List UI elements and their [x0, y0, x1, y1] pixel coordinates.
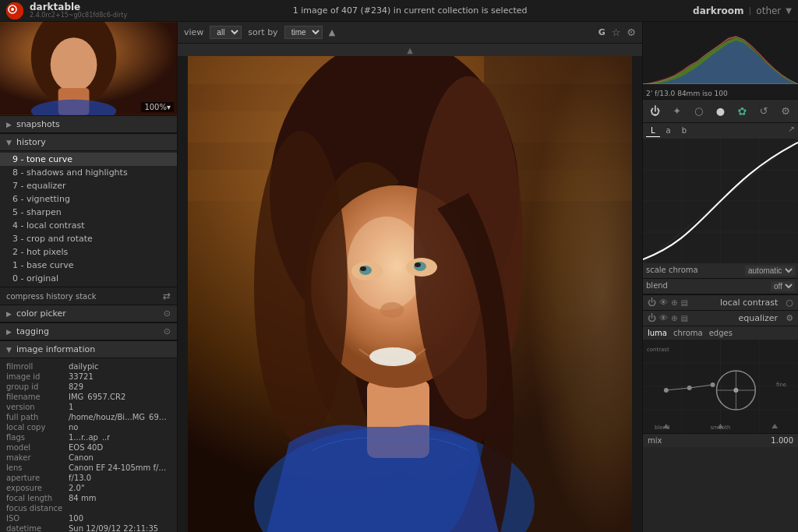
histogram-area: 2' f/13.0 84mm iso 100 — [643, 22, 798, 100]
local-contrast-mask-icon[interactable]: ⊕ — [671, 298, 677, 307]
tone-curve-section: L a b ↗ — [643, 123, 798, 294]
info-filename: filenameIMG_6957.CR2 — [6, 392, 171, 402]
app-logo — [6, 2, 23, 19]
mix-value[interactable]: 1.000 — [771, 436, 793, 445]
tab-a[interactable]: a — [662, 125, 676, 137]
local-contrast-eye-icon[interactable]: 👁 — [659, 298, 668, 308]
snapshots-section-header[interactable]: ▶ snapshots — [0, 115, 177, 133]
equalizer-power-icon[interactable]: ⏻ — [648, 313, 656, 323]
equalizer-label: equalizer — [691, 313, 778, 323]
top-bar: darktable 2.4.0rc2+15~g0c81fd8c6-dirty 1… — [0, 0, 798, 22]
svg-point-6 — [51, 37, 97, 92]
tone-curve-footer: scale chroma automatic — [643, 263, 798, 278]
app-version: 2.4.0rc2+15~g0c81fd8c6-dirty — [30, 12, 127, 19]
history-item[interactable]: 9 - tone curve — [0, 153, 177, 166]
blend-select[interactable]: off — [771, 281, 795, 291]
power-icon-button[interactable]: ⏻ — [647, 103, 664, 120]
scale-chroma-select[interactable]: automatic — [745, 266, 795, 276]
mix-row: mix 1.000 — [643, 433, 798, 447]
history-item[interactable]: 8 - shadows and highlights — [0, 166, 177, 179]
center-panel: view all sort by time ▲ G ☆ ⚙ ▲ — [178, 22, 642, 532]
tone-curve-canvas[interactable] — [643, 139, 798, 263]
info-image-id: image id33721 — [6, 372, 171, 382]
tab-b[interactable]: b — [677, 125, 691, 137]
leaf-icon-button[interactable]: ✿ — [733, 103, 750, 120]
sort-asc-icon[interactable]: ▲ — [329, 27, 335, 37]
info-group-id: group id829 — [6, 382, 171, 392]
tagging-settings-icon[interactable]: ⊙ — [164, 326, 171, 336]
history-item[interactable]: 7 - equalizer — [0, 179, 177, 192]
history-item[interactable]: 2 - hot pixels — [0, 245, 177, 259]
compress-history-button[interactable]: compress history stack — [6, 292, 96, 301]
tone-curve-tabs: L a b ↗ — [643, 123, 798, 139]
svg-point-32 — [369, 347, 416, 366]
mode-dropdown-icon[interactable]: ▼ — [786, 6, 792, 15]
image-info-section-header[interactable]: ▼ image information — [0, 340, 177, 358]
tab-l[interactable]: L — [646, 125, 660, 137]
equalizer-tabs: luma chroma edges — [643, 326, 798, 340]
info-iso: ISO100 — [6, 513, 171, 523]
thumbnail-image[interactable] — [0, 22, 177, 115]
module-icons-row: ⏻ ✦ ○ ● ✿ ↺ ⚙ — [643, 100, 798, 123]
top-right: darkroom | other ▼ — [693, 5, 792, 16]
info-full-path: full path/home/houz/Bi...MG_6957.CR2 — [6, 412, 171, 422]
info-version: version1 — [6, 402, 171, 412]
compress-history-icon[interactable]: ⇄ — [163, 291, 171, 301]
history-section-header[interactable]: ▼ history — [0, 133, 177, 151]
arrow-up-icon: ▲ — [407, 46, 413, 55]
history-item[interactable]: 1 - base curve — [0, 259, 177, 272]
svg-point-31 — [380, 302, 404, 318]
tone-curve-svg — [643, 139, 798, 263]
equalizer-multi-icon[interactable]: ▤ — [680, 314, 687, 322]
equalizer-mask-icon[interactable]: ⊕ — [671, 314, 677, 322]
settings-icon[interactable]: ⚙ — [627, 26, 636, 38]
eq-tab-edges[interactable]: edges — [709, 329, 733, 337]
history-item[interactable]: 5 - sharpen — [0, 206, 177, 219]
expand-tone-curve-icon[interactable]: ↗ — [789, 125, 795, 137]
info-exposure: exposure2.0" — [6, 483, 171, 493]
filmstrip-toolbar: view all sort by time ▲ G ☆ ⚙ — [178, 22, 642, 44]
histogram-info: 2' f/13.0 84mm iso 100 — [646, 90, 728, 97]
equalizer-eye-icon[interactable]: 👁 — [659, 313, 668, 323]
center-top-arrow[interactable]: ▲ — [178, 44, 642, 56]
eq-tab-chroma[interactable]: chroma — [673, 329, 703, 337]
star-filter-icon[interactable]: ☆ — [612, 26, 621, 38]
view-select[interactable]: all — [210, 26, 242, 39]
image-info-content: filmrolldailypic image id33721 group id8… — [0, 358, 177, 532]
filter-g-button[interactable]: G — [598, 27, 606, 37]
equalizer-gear-icon[interactable]: ⚙ — [786, 313, 793, 323]
mode-other[interactable]: other — [756, 5, 781, 16]
local-contrast-multi-icon[interactable]: ▤ — [680, 298, 687, 307]
star-icon-button[interactable]: ✦ — [669, 103, 686, 120]
local-contrast-circle-icon: ○ — [786, 298, 793, 308]
image-area[interactable] — [178, 56, 642, 532]
snapshots-arrow: ▶ — [6, 121, 12, 129]
history-item[interactable]: 3 - crop and rotate — [0, 232, 177, 245]
equalizer-canvas[interactable]: contrast fine blend smooth — [643, 340, 798, 433]
local-contrast-power-icon[interactable]: ⏻ — [648, 298, 656, 308]
info-flags: flags1...r..ap_..r — [6, 432, 171, 442]
info-filmroll: filmrolldailypic — [6, 361, 171, 372]
refresh-icon-button[interactable]: ↺ — [755, 103, 772, 120]
right-panel: 2' f/13.0 84mm iso 100 ⏻ ✦ ○ ● ✿ ↺ ⚙ L a… — [642, 22, 798, 532]
color-picker-section-header[interactable]: ▶ color picker ⊙ — [0, 305, 177, 322]
svg-text:contrast: contrast — [647, 347, 669, 353]
circle-icon-button[interactable]: ○ — [690, 103, 708, 120]
eq-tab-luma[interactable]: luma — [648, 329, 667, 337]
color-picker-settings-icon[interactable]: ⊙ — [164, 308, 171, 319]
history-item[interactable]: 4 - local contrast — [0, 219, 177, 232]
tagging-label: tagging — [16, 326, 49, 336]
sort-select[interactable]: time — [284, 26, 323, 39]
image-info-arrow: ▼ — [6, 346, 12, 354]
history-item[interactable]: 6 - vignetting — [0, 192, 177, 206]
svg-text:fine: fine — [776, 382, 786, 388]
tagging-section-header[interactable]: ▶ tagging ⊙ — [0, 322, 177, 340]
info-model: modelEOS 40D — [6, 442, 171, 453]
gear-icon-button[interactable]: ⚙ — [777, 103, 794, 120]
svg-point-2 — [11, 8, 14, 11]
mode-darkroom[interactable]: darkroom — [693, 5, 744, 16]
tagging-arrow: ▶ — [6, 328, 12, 336]
dot-circle-icon-button[interactable]: ● — [711, 103, 729, 120]
info-lens: lensCanon EF 24-105mm f/4L IS — [6, 463, 171, 473]
history-item[interactable]: 0 - original — [0, 272, 177, 285]
